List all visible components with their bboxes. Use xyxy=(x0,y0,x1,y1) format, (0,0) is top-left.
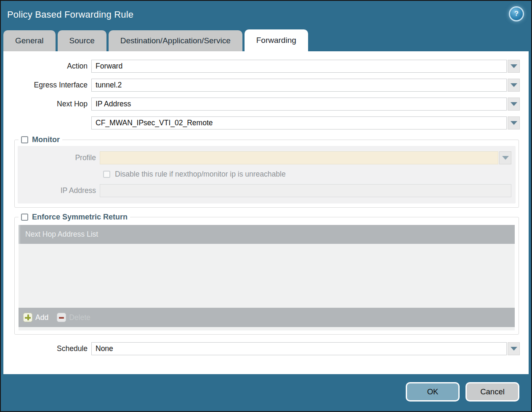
monitor-legend: Monitor xyxy=(19,135,62,144)
next-hop-row: Next Hop IP Address xyxy=(8,98,520,111)
next-hop-address-table: Next Hop Address List Add Delete xyxy=(19,225,515,327)
monitor-checkbox[interactable] xyxy=(21,136,28,143)
dialog-footer: OK Cancel xyxy=(1,372,531,411)
schedule-select[interactable]: None xyxy=(91,342,507,355)
symmetric-return-legend: Enforce Symmetric Return xyxy=(19,213,130,222)
monitor-panel: Profile Disable this rule if nexthop/mon… xyxy=(18,146,516,203)
profile-row: Profile xyxy=(22,151,511,164)
plus-icon xyxy=(23,313,32,322)
egress-interface-row: Egress Interface tunnel.2 xyxy=(8,79,520,92)
schedule-dropdown-button[interactable] xyxy=(508,342,520,355)
tab-source[interactable]: Source xyxy=(58,30,106,51)
disable-rule-label: Disable this rule if nexthop/monitor ip … xyxy=(115,170,286,179)
action-label: Action xyxy=(8,62,88,71)
table-body[interactable] xyxy=(19,244,515,308)
delete-button-label: Delete xyxy=(69,313,90,322)
action-dropdown-button[interactable] xyxy=(508,60,520,73)
symmetric-return-section: Enforce Symmetric Return Next Hop Addres… xyxy=(14,213,519,335)
egress-interface-select[interactable]: tunnel.2 xyxy=(91,79,507,92)
egress-interface-dropdown-button[interactable] xyxy=(508,79,520,92)
chevron-down-icon xyxy=(511,102,517,106)
next-hop-label: Next Hop xyxy=(8,100,88,108)
table-footer: Add Delete xyxy=(19,308,515,327)
table-header-label: Next Hop Address List xyxy=(25,230,98,239)
title-bar: Policy Based Forwarding Rule ? xyxy=(1,1,531,29)
tab-general[interactable]: General xyxy=(3,30,56,51)
add-button[interactable]: Add xyxy=(23,313,48,322)
monitor-ip-row: IP Address xyxy=(22,184,511,197)
pbf-rule-dialog: Policy Based Forwarding Rule ? General S… xyxy=(0,0,532,412)
chevron-down-icon xyxy=(511,121,517,125)
egress-interface-label: Egress Interface xyxy=(8,81,88,90)
disable-rule-checkbox xyxy=(103,171,110,178)
monitor-ip-input xyxy=(100,184,511,197)
minus-icon xyxy=(57,313,66,322)
monitor-section: Monitor Profile Disable this rule if nex… xyxy=(14,135,519,208)
next-hop-address-dropdown-button[interactable] xyxy=(508,116,520,129)
next-hop-address-row: CF_MWAN_IPsec_VTI_02_Remote xyxy=(8,116,520,129)
action-row: Action Forward xyxy=(8,60,520,73)
tab-forwarding[interactable]: Forwarding xyxy=(245,29,308,51)
dialog-title: Policy Based Forwarding Rule xyxy=(7,9,133,20)
next-hop-address-select[interactable]: CF_MWAN_IPsec_VTI_02_Remote xyxy=(91,116,507,129)
symmetric-return-checkbox[interactable] xyxy=(21,214,28,221)
monitor-ip-label: IP Address xyxy=(22,186,96,195)
delete-button: Delete xyxy=(57,313,90,322)
profile-label: Profile xyxy=(22,153,96,162)
profile-select xyxy=(100,151,498,164)
chevron-down-icon xyxy=(502,156,509,160)
tab-content-forwarding: Action Forward Egress Interface tunnel.2… xyxy=(3,51,529,374)
cancel-button[interactable]: Cancel xyxy=(466,382,519,401)
add-button-label: Add xyxy=(35,313,48,322)
profile-dropdown-button xyxy=(499,151,511,164)
next-hop-dropdown-button[interactable] xyxy=(508,98,520,111)
help-icon[interactable]: ? xyxy=(510,8,523,20)
monitor-title: Monitor xyxy=(32,135,60,144)
chevron-down-icon xyxy=(511,64,517,68)
symmetric-return-title: Enforce Symmetric Return xyxy=(32,213,128,222)
chevron-down-icon xyxy=(511,347,517,351)
tab-bar: General Source Destination/Application/S… xyxy=(3,30,308,51)
table-header: Next Hop Address List xyxy=(19,225,515,244)
tab-destination-application-service[interactable]: Destination/Application/Service xyxy=(109,30,242,51)
chevron-down-icon xyxy=(511,83,517,87)
action-select[interactable]: Forward xyxy=(91,60,507,73)
ok-button[interactable]: OK xyxy=(406,382,460,401)
next-hop-type-select[interactable]: IP Address xyxy=(91,98,507,111)
disable-rule-row: Disable this rule if nexthop/monitor ip … xyxy=(103,170,511,179)
table-bottom-strip xyxy=(19,327,515,330)
schedule-label: Schedule xyxy=(8,344,88,353)
schedule-row: Schedule None xyxy=(8,342,520,355)
